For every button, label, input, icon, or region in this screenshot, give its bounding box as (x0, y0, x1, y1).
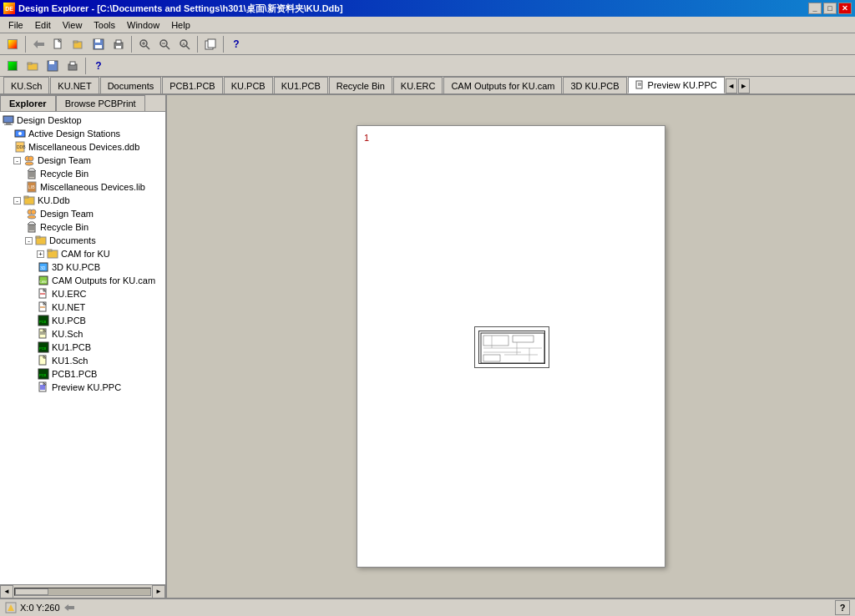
menu-help[interactable]: Help (166, 18, 195, 32)
title-text: Design Explorer - [C:\Documents and Sett… (18, 3, 343, 15)
help-button-status[interactable]: ? (835, 600, 850, 615)
tree-item-cam-outputs[interactable]: CAM CAM Outputs for KU.cam (2, 274, 164, 287)
tab-cam-outputs[interactable]: CAM Outputs for KU.cam (443, 77, 562, 93)
scroll-left-arrow[interactable]: ◄ (0, 585, 13, 598)
new-button[interactable] (49, 35, 68, 53)
tree-item-3d-ku-pcb[interactable]: 3D 3D KU.PCB (2, 260, 164, 274)
panel-tab-browse-pcbprint[interactable]: Browse PCBPrint (56, 95, 145, 111)
maximize-button[interactable]: □ (823, 3, 837, 14)
tab-ku-pcb[interactable]: KU.PCB (224, 77, 273, 93)
tab-scroll-left[interactable]: ◄ (726, 78, 737, 93)
copy-button[interactable] (201, 35, 220, 53)
minimize-button[interactable]: _ (808, 3, 822, 14)
tab-recycle-bin[interactable]: Recycle Bin (329, 77, 392, 93)
svg-rect-28 (70, 62, 75, 65)
toolbar2-print[interactable] (63, 57, 82, 75)
close-button[interactable]: ✕ (838, 3, 852, 14)
tree-item-misc-lib[interactable]: LIB Miscellaneous Devices.lib (2, 180, 164, 194)
toolbar2: ? (0, 55, 855, 77)
tree-item-recycle1[interactable]: Recycle Bin (2, 167, 164, 180)
scroll-right-arrow[interactable]: ► (152, 585, 165, 598)
tree-item-ku-pcb[interactable]: PCB KU.PCB (2, 314, 164, 327)
expand-design-team1[interactable]: - (13, 157, 21, 164)
status-right[interactable]: ? (835, 600, 850, 615)
svg-rect-34 (4, 124, 13, 125)
tree-item-design-team1[interactable]: - Design Team (2, 154, 164, 167)
scroll-thumb[interactable] (15, 588, 48, 595)
tree-item-label-ku-erc: KU.ERC (52, 289, 87, 299)
stations-icon (13, 128, 27, 139)
svg-rect-9 (116, 40, 121, 43)
tab-documents[interactable]: Documents (100, 77, 162, 93)
tree-item-ku-sch[interactable]: KU.Sch (2, 327, 164, 341)
documents-icon (34, 235, 48, 246)
tree-item-ku-net[interactable]: KU.NET (2, 300, 164, 314)
tab-ku-sch[interactable]: KU.Sch (3, 77, 49, 93)
panel-tab-explorer[interactable]: Explorer (0, 95, 56, 111)
back-button[interactable] (29, 35, 48, 53)
separator4 (223, 36, 224, 53)
help-button[interactable]: ? (227, 35, 245, 53)
menu-view[interactable]: View (58, 18, 88, 32)
tree-item-ku1-sch[interactable]: KU1.Sch (2, 354, 164, 367)
svg-rect-33 (6, 123, 11, 124)
tab-preview-ku-ppc[interactable]: Preview KU.PPC (628, 77, 725, 93)
title-bar-left: DE Design Explorer - [C:\Documents and S… (3, 3, 343, 15)
zoom-out-button[interactable] (155, 35, 174, 53)
tree-item-cam-for-ku[interactable]: + CAM for KU (2, 247, 164, 260)
menu-window[interactable]: Window (122, 18, 164, 32)
save-button[interactable] (89, 35, 108, 53)
tree-item-ku-erc[interactable]: KU.ERC (2, 287, 164, 300)
zoom-fit-button[interactable]: A (175, 35, 194, 53)
tree-item-pcb1-pcb[interactable]: PCB PCB1.PCB (2, 367, 164, 381)
tab-pcb1[interactable]: PCB1.PCB (162, 77, 222, 93)
expand-documents[interactable]: - (25, 237, 33, 245)
menu-file[interactable]: File (3, 18, 28, 32)
expand-cam-for-ku[interactable]: + (37, 250, 44, 258)
pcb1-icon: PCB (37, 341, 50, 353)
scroll-track[interactable] (14, 588, 151, 596)
tree-item-label-design-team1: Design Team (38, 155, 91, 165)
ddb-icon: DDB (13, 141, 27, 153)
svg-rect-32 (3, 116, 13, 123)
expand-ku-ddb[interactable]: - (13, 197, 21, 204)
tree-item-label-cam-for-ku: CAM for KU (61, 249, 110, 259)
tab-ku1-pcb[interactable]: KU1.PCB (274, 77, 328, 93)
cam-outputs-icon: CAM (37, 275, 50, 286)
tree-item-stations[interactable]: Active Design Stations (2, 127, 164, 140)
tree-item-ku1-pcb[interactable]: PCB KU1.PCB (2, 341, 164, 354)
toolbar2-folder[interactable] (23, 57, 42, 75)
left-scrollbar[interactable]: ◄ ► (0, 584, 165, 598)
tree-item-preview-ku-ppc[interactable]: Preview KU.PPC (2, 381, 164, 394)
tree-item-misc-ddb[interactable]: DDB Miscellaneous Devices.ddb (2, 140, 164, 154)
open-button[interactable] (69, 35, 88, 53)
separator2 (131, 36, 132, 53)
title-bar-controls[interactable]: _ □ ✕ (808, 3, 852, 14)
tree-item-documents[interactable]: - Documents (2, 234, 164, 247)
svg-rect-58 (36, 236, 40, 238)
toolbar2-save[interactable] (43, 57, 62, 75)
tree-item-recycle2[interactable]: Recycle Bin (2, 220, 164, 234)
menu-tools[interactable]: Tools (89, 18, 120, 32)
zoom-in-button[interactable] (135, 35, 154, 53)
tree-item-ku-ddb[interactable]: - KU.Ddb (2, 194, 164, 207)
tab-ku-net[interactable]: KU.NET (50, 77, 99, 93)
page-number: 1 (364, 133, 369, 143)
main-area: Explorer Browse PCBPrint Design Desktop … (0, 95, 855, 598)
tab-3d-ku-pcb[interactable]: 3D KU.PCB (563, 77, 626, 93)
sch1-icon (37, 355, 50, 366)
menu-edit[interactable]: Edit (30, 18, 56, 32)
tree-root[interactable]: Design Desktop (2, 114, 164, 127)
tree-item-label-ku1-pcb: KU1.PCB (52, 342, 91, 352)
tab-scroll-right[interactable]: ► (738, 78, 750, 93)
tree-item-design-team2[interactable]: Design Team (2, 207, 164, 220)
desktop-icon (2, 114, 15, 126)
tree-area[interactable]: Design Desktop Active Design Stations DD… (0, 112, 165, 584)
svg-line-19 (186, 46, 190, 49)
svg-point-52 (28, 215, 36, 219)
toolbar1-icon1 (3, 35, 22, 53)
tab-ku-erc[interactable]: KU.ERC (393, 77, 443, 93)
print-button[interactable] (109, 35, 128, 53)
toolbar2-help[interactable]: ? (89, 57, 108, 75)
svg-rect-7 (95, 45, 102, 48)
